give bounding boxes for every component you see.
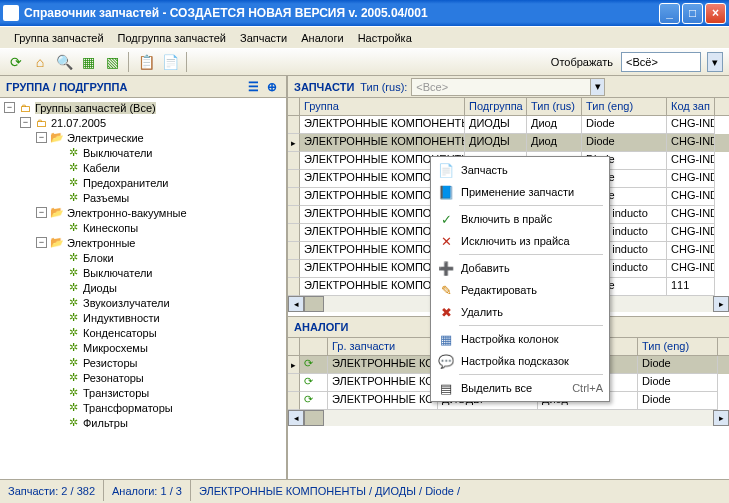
col-type-rus[interactable]: Тип (rus) xyxy=(527,98,582,115)
menu-item-icon: ▦ xyxy=(437,330,455,348)
context-menu-item[interactable]: ▤Выделить всеCtrl+A xyxy=(433,377,607,399)
tree-item[interactable]: ✲Трансформаторы xyxy=(0,400,286,415)
export-icon[interactable]: ▧ xyxy=(102,52,122,72)
scroll-right-icon[interactable]: ▸ xyxy=(713,296,729,312)
tree-expander-icon[interactable]: − xyxy=(36,132,47,143)
tree-item[interactable]: ✲Резонаторы xyxy=(0,370,286,385)
col-group[interactable]: Гр. запчасти xyxy=(328,338,438,355)
tree-item-label: Фильтры xyxy=(83,417,128,429)
table-row[interactable]: ▸ЭЛЕКТРОННЫЕ КОМПОНЕНТЫДИОДЫДиодDiodeCHG… xyxy=(288,134,729,152)
copy-icon[interactable]: 📋 xyxy=(136,52,156,72)
display-combo[interactable]: <Всё> xyxy=(621,52,701,72)
gear-icon: ✲ xyxy=(66,356,80,370)
context-menu-item[interactable]: ✓Включить в прайс xyxy=(433,208,607,230)
h-scrollbar[interactable]: ◂ ▸ xyxy=(288,410,729,426)
tree-item-label: Электрические xyxy=(67,132,144,144)
statusbar: Запчасти: 2 / 382 Аналоги: 1 / 3 ЭЛЕКТРО… xyxy=(0,479,729,501)
scroll-left-icon[interactable]: ◂ xyxy=(288,296,304,312)
tree-item-label: Резисторы xyxy=(83,357,137,369)
paste-icon[interactable]: 📄 xyxy=(160,52,180,72)
context-menu-item[interactable]: ▦Настройка колонок xyxy=(433,328,607,350)
menu-separator xyxy=(459,254,603,255)
context-menu-item[interactable]: ➕Добавить xyxy=(433,257,607,279)
cell-code: CHG-IND xyxy=(667,116,715,134)
tree-item[interactable]: −📂Электрические xyxy=(0,130,286,145)
context-menu-item[interactable]: ✎Редактировать xyxy=(433,279,607,301)
col-group[interactable]: Группа xyxy=(300,98,465,115)
context-menu-item[interactable]: 💬Настройка подсказок xyxy=(433,350,607,372)
table-row[interactable]: ЭЛЕКТРОННЫЕ КОМПОНЕНТЫДИОДЫДиодDiodeCHG-… xyxy=(288,116,729,134)
tree-item[interactable]: ✲Кабели xyxy=(0,160,286,175)
grid-header-row: Группа Подгруппа Тип (rus) Тип (eng) Код… xyxy=(288,98,729,116)
context-menu-item[interactable]: ✖Удалить xyxy=(433,301,607,323)
menu-item-icon: 💬 xyxy=(437,352,455,370)
tree-item-label: Блоки xyxy=(83,252,114,264)
minimize-button[interactable]: _ xyxy=(659,3,680,24)
menu-item-icon: 📘 xyxy=(437,183,455,201)
menu-separator xyxy=(459,374,603,375)
tree-body[interactable]: −🗀Группы запчастей (Все)−🗀21.07.2005−📂Эл… xyxy=(0,98,286,479)
tree-item[interactable]: ✲Резисторы xyxy=(0,355,286,370)
dropdown-icon[interactable]: ▾ xyxy=(707,52,723,72)
tree-item[interactable]: ✲Транзисторы xyxy=(0,385,286,400)
gear-icon: ✲ xyxy=(66,311,80,325)
tree-item[interactable]: −🗀Группы запчастей (Все) xyxy=(0,100,286,115)
menubar: Группа запчастей Подгруппа запчастей Зап… xyxy=(0,26,729,48)
tree-item[interactable]: ✲Кинескопы xyxy=(0,220,286,235)
tree-item[interactable]: ✲Блоки xyxy=(0,250,286,265)
menu-settings[interactable]: Настройка xyxy=(352,30,418,46)
tree-expander-icon[interactable]: − xyxy=(36,237,47,248)
menu-item-label: Настройка подсказок xyxy=(461,355,569,367)
close-button[interactable]: × xyxy=(705,3,726,24)
status-parts-count: Запчасти: 2 / 382 xyxy=(0,480,104,501)
col-subgroup[interactable]: Подгруппа xyxy=(465,98,527,115)
tree-item[interactable]: ✲Звукоизлучатели xyxy=(0,295,286,310)
cell-code: CHG-IND xyxy=(667,188,715,206)
col-type-eng[interactable]: Тип (eng) xyxy=(638,338,718,355)
dropdown-icon[interactable]: ▾ xyxy=(590,78,605,96)
tree-item[interactable]: −📂Электронно-вакуумные xyxy=(0,205,286,220)
refresh-icon[interactable]: ⟳ xyxy=(6,52,26,72)
menu-parts[interactable]: Запчасти xyxy=(234,30,293,46)
filter-combo[interactable]: <Все> xyxy=(411,78,591,96)
tree-item[interactable]: ✲Диоды xyxy=(0,280,286,295)
menu-subgroup[interactable]: Подгруппа запчастей xyxy=(112,30,232,46)
menu-analogs[interactable]: Аналоги xyxy=(295,30,349,46)
gear-icon: ✲ xyxy=(66,296,80,310)
tree-item[interactable]: −🗀21.07.2005 xyxy=(0,115,286,130)
tree-item[interactable]: ✲Фильтры xyxy=(0,415,286,430)
scroll-left-icon[interactable]: ◂ xyxy=(288,410,304,426)
col-code[interactable]: Код зап xyxy=(667,98,715,115)
cell-group: ЭЛЕКТРОННЫЕ КО xyxy=(328,374,438,392)
context-menu-item[interactable]: 📘Применение запчасти xyxy=(433,181,607,203)
menu-group[interactable]: Группа запчастей xyxy=(8,30,110,46)
tree-item[interactable]: −📂Электронные xyxy=(0,235,286,250)
maximize-button[interactable]: □ xyxy=(682,3,703,24)
search-icon[interactable]: 🔍 xyxy=(54,52,74,72)
tree-expander-icon[interactable]: − xyxy=(4,102,15,113)
tree-item-label: Микросхемы xyxy=(83,342,148,354)
folder-icon: 🗀 xyxy=(34,116,48,130)
cell-group: ЭЛЕКТРОННЫЕ КОМПОНЕНТЫ xyxy=(300,116,465,134)
col-type-eng[interactable]: Тип (eng) xyxy=(582,98,667,115)
grid-icon[interactable]: ▦ xyxy=(78,52,98,72)
tree-item[interactable]: ✲Разъемы xyxy=(0,190,286,205)
tree-item[interactable]: ✲Микросхемы xyxy=(0,340,286,355)
col-icon[interactable] xyxy=(300,338,328,355)
tree-item[interactable]: ✲Выключатели xyxy=(0,265,286,280)
tree-expander-icon[interactable]: − xyxy=(20,117,31,128)
tree-item[interactable]: ✲Выключатели xyxy=(0,145,286,160)
tree-item[interactable]: ✲Предохранители xyxy=(0,175,286,190)
context-menu-item[interactable]: 📄Запчасть xyxy=(433,159,607,181)
expand-tree-icon[interactable]: ☰ xyxy=(245,79,261,95)
context-menu[interactable]: 📄Запчасть📘Применение запчасти✓Включить в… xyxy=(430,156,610,402)
tree-item[interactable]: ✲Конденсаторы xyxy=(0,325,286,340)
tree-item[interactable]: ✲Индуктивности xyxy=(0,310,286,325)
tree-expander-icon[interactable]: − xyxy=(36,207,47,218)
tree-item-label: Электронно-вакуумные xyxy=(67,207,187,219)
menu-separator xyxy=(459,325,603,326)
scroll-right-icon[interactable]: ▸ xyxy=(713,410,729,426)
home-icon[interactable]: ⌂ xyxy=(30,52,50,72)
collapse-tree-icon[interactable]: ⊕ xyxy=(264,79,280,95)
context-menu-item[interactable]: ✕Исключить из прайса xyxy=(433,230,607,252)
